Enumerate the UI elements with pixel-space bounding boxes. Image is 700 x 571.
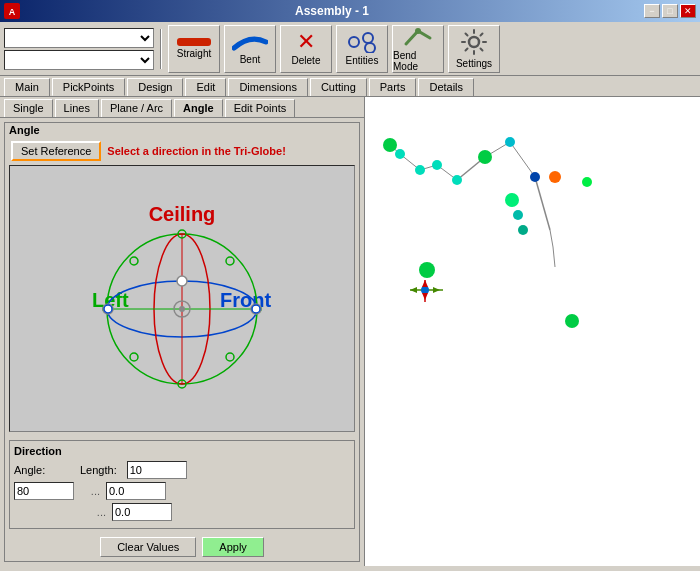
globe-area: Ceiling Left Front <box>9 165 355 432</box>
svg-point-21 <box>130 353 138 361</box>
dots-2-label: ... <box>86 506 106 518</box>
window-title: Assembly - 1 <box>20 4 644 18</box>
tab-main[interactable]: Main <box>4 78 50 96</box>
angle-input[interactable] <box>14 482 74 500</box>
subtab-edit-points[interactable]: Edit Points <box>225 99 296 117</box>
sub-tabs: Single Lines Plane / Arc Angle Edit Poin… <box>0 97 364 118</box>
svg-point-5 <box>415 28 421 34</box>
angle-group: Angle Set Reference Select a direction i… <box>4 122 360 562</box>
svg-point-28 <box>104 305 112 313</box>
svg-point-43 <box>415 165 425 175</box>
svg-point-53 <box>518 225 528 235</box>
dot2-input[interactable] <box>112 503 172 521</box>
clear-values-button[interactable]: Clear Values <box>100 537 196 557</box>
svg-text:A: A <box>9 7 16 17</box>
entities-button[interactable]: Entities <box>336 25 388 73</box>
svg-point-29 <box>252 305 260 313</box>
maximize-button[interactable]: □ <box>662 4 678 18</box>
svg-point-48 <box>530 172 540 182</box>
set-reference-button[interactable]: Set Reference <box>11 141 101 161</box>
apply-button[interactable]: Apply <box>202 537 264 557</box>
svg-point-2 <box>349 37 359 47</box>
svg-point-44 <box>432 160 442 170</box>
svg-point-51 <box>505 193 519 207</box>
entities-icon <box>346 31 378 53</box>
canvas-svg <box>365 97 700 566</box>
tab-design[interactable]: Design <box>127 78 183 96</box>
svg-point-20 <box>226 257 234 265</box>
tab-pickpoints[interactable]: PickPoints <box>52 78 125 96</box>
bent-button[interactable]: Bent <box>224 25 276 73</box>
dots-1-label: ... <box>80 485 100 497</box>
toolbar-dropdowns <box>4 28 154 70</box>
straight-icon <box>177 38 211 46</box>
settings-icon <box>460 28 488 56</box>
subtab-angle[interactable]: Angle <box>174 99 223 117</box>
subtab-plane-arc[interactable]: Plane / Arc <box>101 99 172 117</box>
tab-dimensions[interactable]: Dimensions <box>228 78 307 96</box>
svg-point-55 <box>565 314 579 328</box>
delete-button[interactable]: ✕ Delete <box>280 25 332 73</box>
angle-label: Angle: <box>14 464 54 476</box>
svg-point-49 <box>549 171 561 183</box>
right-panel <box>365 97 700 566</box>
subtab-lines[interactable]: Lines <box>55 99 99 117</box>
settings-button[interactable]: Settings <box>448 25 500 73</box>
main-tabs: Main PickPoints Design Edit Dimensions C… <box>0 76 700 97</box>
tab-cutting[interactable]: Cutting <box>310 78 367 96</box>
toolbar-separator-1 <box>160 29 162 69</box>
bend-mode-icon <box>402 26 434 48</box>
svg-point-47 <box>505 137 515 147</box>
svg-point-50 <box>582 177 592 187</box>
direction-title: Direction <box>14 445 350 457</box>
minimize-button[interactable]: − <box>644 4 660 18</box>
svg-point-3 <box>363 33 373 43</box>
direction-row-angle: Angle: Length: <box>14 461 350 479</box>
svg-text:Ceiling: Ceiling <box>149 203 216 225</box>
svg-point-46 <box>478 150 492 164</box>
tab-parts[interactable]: Parts <box>369 78 417 96</box>
direction-row-angle-value: ... <box>14 482 350 500</box>
delete-icon: ✕ <box>297 31 315 53</box>
subtab-single[interactable]: Single <box>4 99 53 117</box>
app-icon: A <box>4 3 20 19</box>
svg-point-22 <box>226 353 234 361</box>
tab-details[interactable]: Details <box>418 78 474 96</box>
toolbar-select-1[interactable] <box>4 28 154 48</box>
select-direction-text: Select a direction in the Tri-Globe! <box>107 145 285 157</box>
angle-controls: Set Reference Select a direction in the … <box>5 137 359 165</box>
close-button[interactable]: ✕ <box>680 4 696 18</box>
tri-globe-svg: Ceiling Left Front <box>72 199 292 399</box>
svg-rect-30 <box>365 97 700 566</box>
dot1-input[interactable] <box>106 482 166 500</box>
window-controls[interactable]: − □ ✕ <box>644 4 696 18</box>
bend-mode-button[interactable]: Bend Mode <box>392 25 444 73</box>
direction-row-dot2: ... <box>14 503 350 521</box>
svg-point-45 <box>452 175 462 185</box>
svg-point-52 <box>513 210 523 220</box>
direction-group: Direction Angle: Length: ... ... <box>9 440 355 529</box>
svg-point-58 <box>421 286 429 294</box>
left-panel: Single Lines Plane / Arc Angle Edit Poin… <box>0 97 365 566</box>
svg-point-24 <box>179 306 185 312</box>
length-label: Length: <box>80 464 117 476</box>
svg-point-42 <box>395 149 405 159</box>
svg-point-41 <box>383 138 397 152</box>
content-area: Single Lines Plane / Arc Angle Edit Poin… <box>0 97 700 566</box>
svg-point-4 <box>365 43 375 53</box>
length-input[interactable] <box>127 461 187 479</box>
bent-icon <box>232 32 268 52</box>
toolbar-select-2[interactable] <box>4 50 154 70</box>
tab-edit[interactable]: Edit <box>185 78 226 96</box>
straight-button[interactable]: Straight <box>168 25 220 73</box>
toolbar: Straight Bent ✕ Delete Entities Bend Mod… <box>0 22 700 76</box>
svg-point-54 <box>419 262 435 278</box>
bottom-buttons: Clear Values Apply <box>5 533 359 561</box>
angle-group-title: Angle <box>5 123 359 137</box>
svg-text:Front: Front <box>220 289 271 311</box>
svg-point-19 <box>130 257 138 265</box>
title-bar: A Assembly - 1 − □ ✕ <box>0 0 700 22</box>
svg-point-27 <box>177 276 187 286</box>
svg-point-6 <box>469 37 479 47</box>
